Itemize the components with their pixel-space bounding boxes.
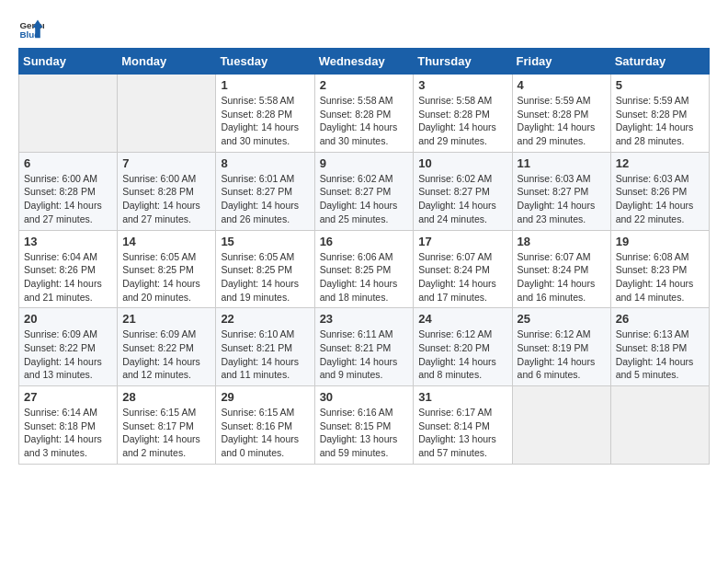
calendar-cell [610,386,709,465]
daylight-label: Daylight: 14 hours and 17 minutes. [418,278,496,303]
sunset-label: Sunset: 8:25 PM [221,264,292,275]
sunset-label: Sunset: 8:22 PM [122,342,194,353]
sunset-label: Sunset: 8:28 PM [221,109,292,120]
sunrise-label: Sunrise: 6:16 AM [320,407,393,418]
sunrise-label: Sunrise: 6:12 AM [518,328,591,339]
sunrise-label: Sunrise: 6:04 AM [24,251,97,262]
cell-content: Sunrise: 6:11 AM Sunset: 8:21 PM Dayligh… [320,327,409,382]
sunset-label: Sunset: 8:15 PM [320,420,392,431]
day-number: 15 [221,235,309,248]
calendar-cell: 8 Sunrise: 6:01 AM Sunset: 8:27 PM Dayli… [216,152,314,230]
calendar-cell: 20 Sunrise: 6:09 AM Sunset: 8:22 PM Dayl… [19,308,118,386]
calendar-cell [19,75,118,153]
day-number: 25 [518,312,606,326]
daylight-label: Daylight: 14 hours and 27 minutes. [24,200,102,224]
calendar-cell: 21 Sunrise: 6:09 AM Sunset: 8:22 PM Dayl… [118,308,216,386]
sunrise-label: Sunrise: 6:14 AM [24,407,97,418]
day-number: 31 [418,390,506,404]
sunset-label: Sunset: 8:21 PM [320,342,392,353]
logo-icon: General Blue [18,15,44,40]
sunrise-label: Sunrise: 6:05 AM [221,251,294,262]
daylight-label: Daylight: 13 hours and 59 minutes. [320,433,398,458]
day-number: 20 [24,312,112,326]
day-number: 7 [122,156,210,170]
sunset-label: Sunset: 8:27 PM [518,186,589,197]
sunset-label: Sunset: 8:19 PM [518,342,589,353]
sunrise-label: Sunrise: 6:02 AM [418,173,492,184]
daylight-label: Daylight: 14 hours and 29 minutes. [418,121,496,146]
sunrise-label: Sunrise: 6:07 AM [518,251,591,262]
calendar-cell: 22 Sunrise: 6:10 AM Sunset: 8:21 PM Dayl… [216,308,314,386]
calendar-cell [118,75,216,153]
sunset-label: Sunset: 8:14 PM [418,420,490,431]
calendar-header-tuesday: Tuesday [216,49,314,75]
calendar-cell: 9 Sunrise: 6:02 AM Sunset: 8:27 PM Dayli… [314,152,414,230]
day-number: 30 [320,390,409,404]
sunset-label: Sunset: 8:26 PM [24,264,96,275]
cell-content: Sunrise: 6:15 AM Sunset: 8:17 PM Dayligh… [122,406,210,460]
calendar-week-row: 6 Sunrise: 6:00 AM Sunset: 8:28 PM Dayli… [19,152,710,230]
cell-content: Sunrise: 6:07 AM Sunset: 8:24 PM Dayligh… [418,250,506,304]
cell-content: Sunrise: 6:05 AM Sunset: 8:25 PM Dayligh… [221,250,309,304]
calendar-week-row: 1 Sunrise: 5:58 AM Sunset: 8:28 PM Dayli… [19,75,710,153]
sunset-label: Sunset: 8:18 PM [24,420,96,431]
day-number: 23 [320,312,409,326]
day-number: 2 [320,78,409,92]
daylight-label: Daylight: 14 hours and 29 minutes. [518,121,596,146]
calendar-cell: 2 Sunrise: 5:58 AM Sunset: 8:28 PM Dayli… [314,75,414,153]
daylight-label: Daylight: 14 hours and 27 minutes. [122,200,200,224]
cell-content: Sunrise: 5:58 AM Sunset: 8:28 PM Dayligh… [418,94,506,148]
sunrise-label: Sunrise: 6:02 AM [320,173,393,184]
day-number: 8 [221,156,309,170]
calendar-cell: 3 Sunrise: 5:58 AM Sunset: 8:28 PM Dayli… [414,75,512,153]
sunrise-label: Sunrise: 6:08 AM [616,251,689,262]
day-number: 5 [616,78,704,92]
day-number: 19 [616,235,704,248]
calendar-header-saturday: Saturday [610,49,709,75]
day-number: 21 [122,312,210,326]
cell-content: Sunrise: 6:06 AM Sunset: 8:25 PM Dayligh… [320,250,409,304]
sunset-label: Sunset: 8:27 PM [320,186,392,197]
cell-content: Sunrise: 6:08 AM Sunset: 8:23 PM Dayligh… [616,250,704,304]
cell-content: Sunrise: 5:58 AM Sunset: 8:28 PM Dayligh… [320,94,409,148]
cell-content: Sunrise: 6:12 AM Sunset: 8:19 PM Dayligh… [518,327,606,382]
calendar-cell: 10 Sunrise: 6:02 AM Sunset: 8:27 PM Dayl… [414,152,512,230]
day-number: 4 [518,78,606,92]
daylight-label: Daylight: 14 hours and 21 minutes. [24,278,102,303]
calendar-cell: 1 Sunrise: 5:58 AM Sunset: 8:28 PM Dayli… [216,75,314,153]
sunset-label: Sunset: 8:28 PM [616,109,688,120]
page-header: General Blue [18,15,710,40]
day-number: 9 [320,156,409,170]
day-number: 14 [122,235,210,248]
calendar-header-sunday: Sunday [19,49,118,75]
cell-content: Sunrise: 6:02 AM Sunset: 8:27 PM Dayligh… [418,172,506,226]
sunrise-label: Sunrise: 6:01 AM [221,173,294,184]
sunset-label: Sunset: 8:28 PM [418,109,490,120]
cell-content: Sunrise: 6:07 AM Sunset: 8:24 PM Dayligh… [518,250,606,304]
sunrise-label: Sunrise: 6:09 AM [24,328,97,339]
sunset-label: Sunset: 8:26 PM [616,186,688,197]
day-number: 22 [221,312,309,326]
sunrise-label: Sunrise: 6:12 AM [418,328,492,339]
cell-content: Sunrise: 6:17 AM Sunset: 8:14 PM Dayligh… [418,406,506,460]
day-number: 27 [24,390,112,404]
cell-content: Sunrise: 6:09 AM Sunset: 8:22 PM Dayligh… [24,327,112,382]
day-number: 10 [418,156,506,170]
day-number: 28 [122,390,210,404]
sunset-label: Sunset: 8:23 PM [616,264,688,275]
calendar-cell: 13 Sunrise: 6:04 AM Sunset: 8:26 PM Dayl… [19,230,118,308]
daylight-label: Daylight: 14 hours and 0 minutes. [221,433,299,458]
cell-content: Sunrise: 6:03 AM Sunset: 8:26 PM Dayligh… [616,172,704,226]
daylight-label: Daylight: 14 hours and 30 minutes. [320,121,398,146]
calendar-header-row: SundayMondayTuesdayWednesdayThursdayFrid… [19,49,710,75]
calendar-cell: 7 Sunrise: 6:00 AM Sunset: 8:28 PM Dayli… [118,152,216,230]
cell-content: Sunrise: 6:04 AM Sunset: 8:26 PM Dayligh… [24,250,112,304]
day-number: 3 [418,78,506,92]
cell-content: Sunrise: 5:59 AM Sunset: 8:28 PM Dayligh… [518,94,606,148]
cell-content: Sunrise: 6:12 AM Sunset: 8:20 PM Dayligh… [418,327,506,382]
cell-content: Sunrise: 6:02 AM Sunset: 8:27 PM Dayligh… [320,172,409,226]
calendar-cell: 14 Sunrise: 6:05 AM Sunset: 8:25 PM Dayl… [118,230,216,308]
sunrise-label: Sunrise: 5:58 AM [221,95,294,106]
cell-content: Sunrise: 6:00 AM Sunset: 8:28 PM Dayligh… [24,172,112,226]
calendar-cell [512,386,610,465]
